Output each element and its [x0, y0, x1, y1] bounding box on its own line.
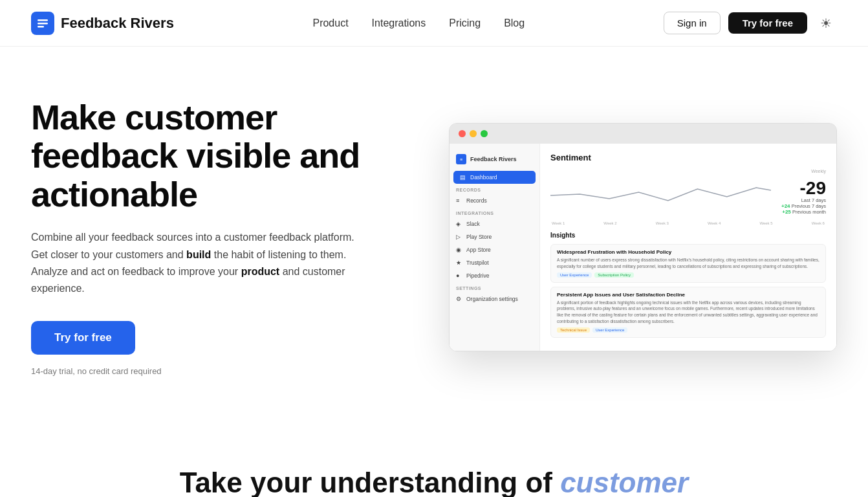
dashboard-icon: ▤: [460, 174, 466, 181]
appstore-icon: ◉: [456, 247, 462, 253]
stat-last7-label: Last 7 days: [801, 197, 826, 203]
brand-name: Feedback Rivers: [61, 15, 174, 32]
hero-subtext: Combine all your feedback sources into a…: [31, 229, 367, 298]
chart-title: Sentiment: [550, 153, 826, 162]
stats-row: -29 Last 7 days +24 Previous 7 days +25 …: [550, 176, 826, 215]
nav-integrations[interactable]: Integrations: [372, 17, 426, 28]
stat-prevmonth-val: +25: [782, 209, 791, 215]
sentiment-chart: [550, 176, 771, 215]
dot-red: [459, 130, 466, 137]
bottom-headline-1: Take your understanding of: [180, 467, 560, 497]
sidebar-item-slack-label: Slack: [466, 221, 480, 227]
sidebar-brand-name: Feedback Rivers: [470, 156, 517, 162]
sidebar-section-settings: SETTINGS: [450, 282, 539, 293]
sign-in-button[interactable]: Sign in: [664, 12, 721, 34]
chart-label-5: Week 6: [812, 221, 825, 225]
bottom-section: Take your understanding of customer need…: [0, 415, 868, 497]
pipedrive-icon: ●: [456, 272, 462, 279]
sidebar-item-appstore[interactable]: ◉ App Store: [450, 243, 539, 256]
stat-block: -29 Last 7 days +24 Previous 7 days +25 …: [781, 179, 826, 215]
records-icon: ≡: [456, 197, 462, 204]
insight-tag-1-0: Technical Issue: [557, 327, 590, 333]
try-free-hero-button[interactable]: Try for free: [31, 321, 135, 355]
stat-last7: Last 7 days: [781, 197, 826, 203]
nav-product[interactable]: Product: [312, 17, 348, 28]
insights-title: Insights: [550, 232, 826, 239]
svg-rect-0: [38, 19, 48, 21]
svg-rect-2: [38, 26, 44, 28]
dot-yellow: [470, 130, 477, 137]
sidebar-section-records: Records: [450, 184, 539, 194]
dot-green: [481, 130, 488, 137]
hero-left: Make customer feedback visible and actio…: [31, 98, 393, 376]
insight-card-1: Persistent App Issues and User Satisfact…: [550, 287, 826, 338]
chart-label-3: Week 4: [708, 221, 721, 225]
stat-prev7-val: +24: [781, 203, 790, 209]
sidebar-item-playstore[interactable]: ▷ Play Store: [450, 230, 539, 243]
hero-headline: Make customer feedback visible and actio…: [31, 98, 393, 214]
sidebar-item-trustpilot-label: Trustpilot: [466, 260, 489, 266]
playstore-icon: ▷: [456, 234, 462, 240]
settings-icon: ⚙: [456, 296, 462, 302]
sidebar-item-dashboard-label: Dashboard: [470, 174, 497, 181]
logo-icon: [31, 12, 54, 35]
nav-pricing[interactable]: Pricing: [449, 17, 481, 28]
app-body: ≡ Feedback Rivers ▤ Dashboard Records ≡ …: [450, 144, 836, 351]
trial-note: 14-day trial, no credit card required: [31, 366, 393, 376]
stat-prev-month: +25 Previous month: [781, 209, 826, 215]
insight-tag-1-1: User Experience: [592, 327, 627, 333]
sidebar-item-trustpilot[interactable]: ★ Trustpilot: [450, 256, 539, 269]
insight-card-1-tags: Technical Issue User Experience: [557, 327, 819, 333]
stat-big-value: -29: [781, 179, 826, 197]
sidebar-section-integrations: INTEGRATIONS: [450, 207, 539, 217]
app-preview-window: ≡ Feedback Rivers ▤ Dashboard Records ≡ …: [449, 123, 837, 351]
chart-label-2: Week 3: [656, 221, 669, 225]
trustpilot-icon: ★: [456, 260, 462, 266]
insight-card-1-title: Persistent App Issues and User Satisfact…: [557, 292, 819, 298]
sidebar-item-org-settings[interactable]: ⚙ Organization settings: [450, 293, 539, 305]
insight-tag-0-1: Subscription Policy: [594, 272, 634, 278]
sidebar-item-records-label: Records: [466, 197, 487, 204]
nav-actions: Sign in Try for free ☀: [664, 12, 837, 34]
sidebar-item-slack[interactable]: ◈ Slack: [450, 217, 539, 230]
sidebar-brand: ≡ Feedback Rivers: [450, 151, 539, 171]
nav-links: Product Integrations Pricing Blog: [312, 17, 525, 29]
hero-section: Make customer feedback visible and actio…: [0, 47, 868, 415]
chart-label-4: Week 5: [759, 221, 772, 225]
insight-card-0-tags: User Experience Subscription Policy: [557, 272, 819, 278]
nav-blog[interactable]: Blog: [504, 17, 525, 28]
chart-labels: Week 1 Week 2 Week 3 Week 4 Week 5 Week …: [550, 221, 826, 225]
sidebar-item-records[interactable]: ≡ Records: [450, 194, 539, 207]
brand-logo[interactable]: Feedback Rivers: [31, 12, 174, 35]
try-free-nav-button[interactable]: Try for free: [728, 12, 807, 34]
app-main-content: Sentiment Weekly -29 Last 7 days: [540, 144, 836, 351]
sidebar-item-org-label: Organization settings: [466, 296, 518, 302]
sidebar-item-pipedrive[interactable]: ● Pipedrive: [450, 269, 539, 282]
insight-card-0: Widespread Frustration with Household Po…: [550, 244, 826, 283]
stat-prevmonth-label: Previous month: [792, 209, 826, 215]
insight-card-0-title: Widespread Frustration with Household Po…: [557, 249, 819, 255]
theme-toggle-button[interactable]: ☀: [815, 13, 837, 34]
hero-subtext-bold2: product: [241, 266, 280, 277]
chart-label-1: Week 2: [603, 221, 616, 225]
app-sidebar: ≡ Feedback Rivers ▤ Dashboard Records ≡ …: [450, 144, 540, 351]
app-titlebar: [450, 124, 836, 144]
chart-label-0: Week 1: [552, 221, 565, 225]
bottom-headline: Take your understanding of customer need…: [143, 467, 725, 497]
svg-rect-1: [38, 23, 48, 25]
sidebar-item-dashboard[interactable]: ▤ Dashboard: [453, 171, 536, 184]
navbar: Feedback Rivers Product Integrations Pri…: [0, 0, 868, 47]
insight-card-1-text: A significant portion of feedback highli…: [557, 300, 819, 325]
sidebar-logo-icon: ≡: [456, 154, 466, 164]
slack-icon: ◈: [456, 221, 462, 227]
weekly-label: Weekly: [550, 169, 826, 173]
insight-tag-0-0: User Experience: [557, 272, 592, 278]
hero-subtext-bold: build: [186, 249, 211, 260]
sidebar-item-appstore-label: App Store: [466, 247, 491, 253]
hero-right: ≡ Feedback Rivers ▤ Dashboard Records ≡ …: [449, 123, 837, 351]
sidebar-item-pipedrive-label: Pipedrive: [466, 272, 489, 279]
stat-prev7-label: Previous 7 days: [792, 203, 826, 209]
insight-card-0-text: A significant number of users express st…: [557, 257, 819, 270]
stat-prev7: +24 Previous 7 days: [781, 203, 826, 209]
sidebar-item-playstore-label: Play Store: [466, 234, 492, 240]
